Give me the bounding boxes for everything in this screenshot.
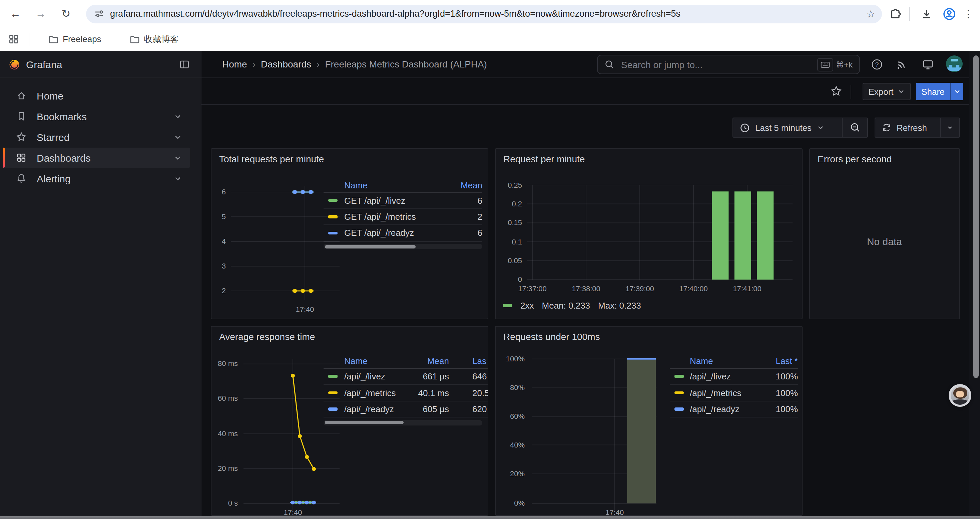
- legend-table: NameLast */api/_/livez100%/api/_/metrics…: [670, 355, 798, 417]
- url-text[interactable]: grafana.mathmast.com/d/deytv4rwavabkb/fr…: [110, 9, 861, 19]
- axis-tick-label: 17:40: [593, 508, 636, 516]
- panel-total-requests[interactable]: Total requests per minute NameMeanGET /a…: [210, 148, 488, 319]
- chevron-down-icon: [817, 124, 824, 131]
- sidebar-item-bookmarks[interactable]: Bookmarks: [3, 106, 190, 126]
- legend-col-name[interactable]: Name: [690, 356, 757, 366]
- panel-requests-under-100ms[interactable]: Requests under 100ms NameLast */api/_/li…: [495, 326, 803, 516]
- breadcrumb-item[interactable]: Home: [222, 59, 247, 69]
- legend-row[interactable]: GET /api/_/livez6: [323, 193, 482, 209]
- export-button[interactable]: Export: [862, 83, 911, 100]
- sidebar-item-alerting[interactable]: Alerting: [3, 168, 190, 188]
- monitor-icon[interactable]: [922, 59, 934, 70]
- page-scrollbar-thumb[interactable]: [973, 56, 978, 378]
- legend-row[interactable]: /api/_/metrics40.1 ms20.5 r: [323, 385, 488, 401]
- series-name[interactable]: GET /api/_/metrics: [344, 212, 442, 222]
- axis-tick-label: 40%: [495, 441, 525, 449]
- panel-title: Average response time: [219, 331, 315, 342]
- legend-row[interactable]: /api/_/metrics100%: [670, 385, 798, 401]
- news-rss-icon[interactable]: [896, 59, 907, 70]
- legend-scrollbar[interactable]: [323, 420, 482, 425]
- favorite-star-icon[interactable]: [830, 86, 842, 97]
- legend-col-name[interactable]: Name: [344, 356, 412, 366]
- help-icon[interactable]: ?: [871, 59, 883, 70]
- address-bar[interactable]: grafana.mathmast.com/d/deytv4rwavabkb/fr…: [86, 4, 882, 23]
- bookmark-star-icon[interactable]: ☆: [866, 8, 875, 20]
- panel-errors-per-second[interactable]: Errors per second No data: [809, 148, 960, 319]
- sidebar-item-dashboards[interactable]: Dashboards: [3, 148, 190, 168]
- series-value: 6: [442, 195, 482, 205]
- series-name[interactable]: GET /api/_/livez: [344, 195, 442, 205]
- sidebar-item-starred[interactable]: Starred: [3, 127, 190, 147]
- series-color-pill: [503, 304, 512, 307]
- user-avatar[interactable]: [946, 56, 963, 72]
- chevron-down-icon[interactable]: [174, 134, 181, 141]
- bell-icon: [16, 173, 27, 184]
- svg-text:?: ?: [875, 61, 879, 68]
- series-name[interactable]: /api/_/readyz: [690, 404, 757, 414]
- chevron-down-icon[interactable]: [174, 113, 181, 120]
- series-value: 6: [442, 228, 482, 238]
- legend-col-last[interactable]: Las: [449, 356, 488, 366]
- refresh-controls: Refresh: [875, 118, 960, 137]
- export-label: Export: [868, 86, 893, 96]
- grafana-logo-icon[interactable]: [9, 58, 20, 70]
- series-name[interactable]: 2xx: [520, 300, 534, 311]
- legend-row[interactable]: GET /api/_/metrics2: [323, 209, 482, 225]
- legend-row[interactable]: /api/_/readyz605 µs620: [323, 401, 488, 418]
- dock-menu-icon[interactable]: [180, 59, 189, 69]
- breadcrumb-item[interactable]: Dashboards: [261, 59, 311, 69]
- legend-col-last[interactable]: Last *: [757, 356, 798, 366]
- legend-row[interactable]: /api/_/livez100%: [670, 369, 798, 385]
- refresh-icon: [882, 123, 891, 132]
- axis-tick-label: 3: [210, 262, 226, 270]
- downloads-icon[interactable]: [921, 8, 932, 20]
- legend-row[interactable]: /api/_/readyz100%: [670, 401, 798, 418]
- star-icon: [16, 132, 27, 142]
- search-icon: [605, 59, 614, 69]
- series-name[interactable]: /api/_/metrics: [344, 388, 412, 398]
- site-info-icon[interactable]: [94, 9, 104, 19]
- avatar-art: [951, 59, 958, 61]
- search-box[interactable]: ⌘+k: [597, 55, 860, 74]
- legend-scrollbar[interactable]: [323, 244, 482, 249]
- reload-icon[interactable]: ↻: [60, 7, 72, 20]
- legend-row[interactable]: /api/_/livez661 µs646: [323, 369, 488, 385]
- series-name[interactable]: /api/_/livez: [344, 371, 412, 382]
- apps-grid-icon[interactable]: [8, 34, 19, 45]
- share-button[interactable]: Share: [916, 83, 950, 100]
- panel-request-per-minute[interactable]: Request per minute 2xx Mean: 0.233 Max: …: [495, 148, 803, 319]
- forward-icon[interactable]: →: [35, 8, 47, 20]
- panel-avg-response-time[interactable]: Average response time NameMeanLas/api/_/…: [210, 326, 488, 516]
- legend-row[interactable]: GET /api/_/readyz6: [323, 225, 482, 242]
- chevron-down-icon[interactable]: [174, 175, 181, 182]
- legend-col-mean[interactable]: Mean: [412, 356, 449, 366]
- bookmark-folder[interactable]: 收藏博客: [129, 33, 179, 45]
- series-name[interactable]: GET /api/_/readyz: [344, 228, 442, 238]
- panel-title: Requests under 100ms: [503, 331, 600, 342]
- breadcrumb-item[interactable]: Freeleaps Metrics Dashboard (ALPHA): [325, 59, 487, 69]
- legend-col-name[interactable]: Name: [344, 180, 442, 190]
- chevron-down-icon[interactable]: [174, 154, 181, 162]
- series-name[interactable]: /api/_/livez: [690, 371, 757, 382]
- series-name[interactable]: /api/_/metrics: [690, 388, 757, 398]
- sidebar-item-label: Starred: [37, 131, 69, 143]
- legend-scrollbar-thumb[interactable]: [325, 421, 404, 424]
- share-menu-button[interactable]: [950, 83, 963, 100]
- axis-tick-label: 17:39:00: [619, 284, 661, 292]
- assistant-avatar-button[interactable]: [949, 384, 971, 407]
- series-name[interactable]: /api/_/readyz: [344, 404, 412, 414]
- zoom-out-button[interactable]: [843, 118, 867, 137]
- refresh-button[interactable]: Refresh: [875, 118, 940, 137]
- back-icon[interactable]: ←: [10, 8, 21, 20]
- extensions-icon[interactable]: [889, 8, 901, 20]
- refresh-interval-button[interactable]: [941, 118, 959, 137]
- bookmark-folder[interactable]: Freeleaps: [48, 34, 102, 45]
- legend-scrollbar-thumb[interactable]: [325, 245, 415, 248]
- time-range-picker[interactable]: Last 5 minutes: [733, 118, 842, 137]
- sidebar-item-label: Dashboards: [37, 152, 91, 163]
- search-input[interactable]: [620, 58, 817, 70]
- legend-col-mean[interactable]: Mean: [442, 180, 482, 190]
- profile-icon[interactable]: [943, 7, 956, 21]
- sidebar-item-home[interactable]: Home: [3, 86, 190, 105]
- menu-kebab-icon[interactable]: ⋮: [963, 8, 973, 20]
